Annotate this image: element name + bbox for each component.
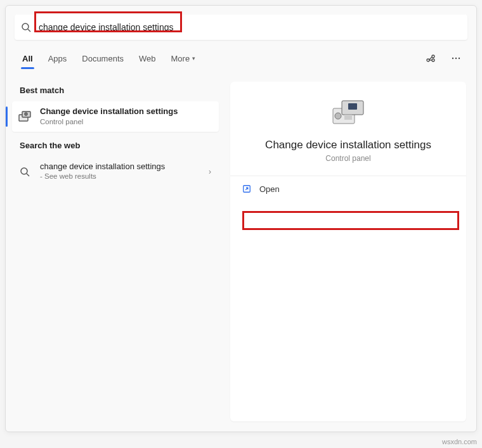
tab-all[interactable]: All bbox=[15, 45, 41, 72]
device-settings-large-icon bbox=[329, 97, 367, 127]
search-web-heading: Search the web bbox=[6, 132, 225, 157]
open-external-icon bbox=[242, 184, 252, 194]
svg-point-8 bbox=[455, 58, 457, 59]
svg-point-13 bbox=[21, 168, 27, 174]
results-pane: Best match Change device installation se… bbox=[6, 72, 225, 432]
open-label: Open bbox=[259, 184, 280, 194]
filter-tabs: All Apps Documents Web More ▾ bbox=[6, 45, 476, 72]
tab-apps-label: Apps bbox=[48, 54, 67, 63]
more-options-icon[interactable] bbox=[448, 51, 464, 66]
best-match-title: Change device installation settings bbox=[40, 106, 214, 117]
svg-point-0 bbox=[22, 23, 29, 30]
tab-apps[interactable]: Apps bbox=[41, 45, 75, 72]
svg-line-1 bbox=[28, 29, 30, 32]
web-result-text: change device installation settings - Se… bbox=[40, 162, 206, 182]
svg-point-3 bbox=[432, 55, 434, 58]
tab-web-label: Web bbox=[139, 54, 156, 63]
svg-line-14 bbox=[27, 174, 29, 176]
search-icon bbox=[17, 164, 32, 179]
best-match-subtitle: Control panel bbox=[40, 117, 214, 127]
tab-more[interactable]: More ▾ bbox=[164, 45, 204, 72]
content-area: Best match Change device installation se… bbox=[6, 72, 476, 432]
tab-documents-label: Documents bbox=[82, 54, 124, 63]
preview-pane: Change device installation settings Cont… bbox=[225, 72, 476, 432]
svg-line-5 bbox=[429, 57, 432, 60]
tab-more-label: More bbox=[171, 54, 190, 63]
web-result-subtitle: - See web results bbox=[40, 171, 206, 181]
tab-documents[interactable]: Documents bbox=[74, 45, 131, 72]
svg-point-2 bbox=[427, 59, 429, 61]
chevron-down-icon: ▾ bbox=[192, 55, 195, 61]
svg-point-12 bbox=[25, 113, 27, 115]
svg-point-9 bbox=[459, 58, 460, 59]
device-settings-icon bbox=[17, 109, 32, 124]
svg-point-7 bbox=[452, 58, 453, 59]
svg-rect-19 bbox=[344, 115, 352, 120]
share-icon[interactable] bbox=[423, 51, 438, 66]
svg-point-18 bbox=[335, 113, 341, 119]
search-window: All Apps Documents Web More ▾ Best bbox=[5, 5, 477, 432]
best-match-result[interactable]: Change device installation settings Cont… bbox=[12, 101, 219, 132]
svg-point-4 bbox=[432, 59, 434, 61]
watermark: wsxdn.com bbox=[442, 438, 477, 445]
tab-web[interactable]: Web bbox=[131, 45, 164, 72]
open-action[interactable]: Open bbox=[230, 176, 466, 202]
search-icon bbox=[21, 22, 31, 32]
web-result[interactable]: change device installation settings - Se… bbox=[6, 157, 225, 187]
best-match-heading: Best match bbox=[6, 77, 225, 101]
web-result-title: change device installation settings bbox=[40, 162, 206, 172]
best-match-text: Change device installation settings Cont… bbox=[40, 106, 214, 127]
preview-card: Change device installation settings Cont… bbox=[230, 82, 466, 421]
search-bar[interactable] bbox=[15, 15, 467, 40]
svg-rect-17 bbox=[348, 103, 357, 110]
preview-subtitle: Control panel bbox=[230, 154, 466, 163]
chevron-right-icon: › bbox=[206, 167, 214, 176]
tab-all-label: All bbox=[22, 54, 33, 63]
search-input[interactable] bbox=[37, 22, 461, 33]
preview-title: Change device installation settings bbox=[243, 139, 453, 151]
